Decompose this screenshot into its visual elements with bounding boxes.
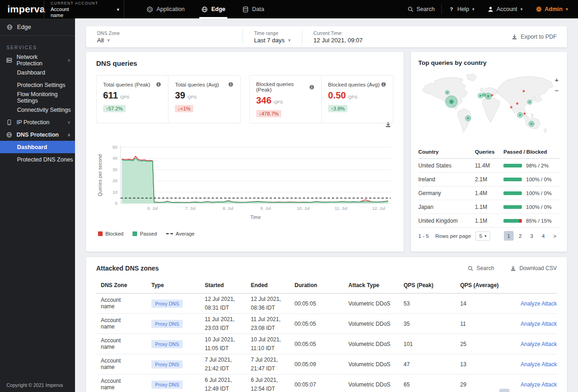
sidebar-item-label: Network Protection [17, 54, 63, 67]
analyze-attack-link[interactable]: Analyze Attack [515, 300, 557, 307]
svg-text:40: 40 [112, 156, 117, 161]
sidebar-item-label: DNS Protection [17, 132, 63, 138]
account-menu-label: Account [497, 6, 517, 12]
attack-ended: 6 Jul 2021,12:54 IDT [251, 376, 295, 392]
next-page-button[interactable]: > [550, 231, 560, 241]
stat-unit: QPS [120, 94, 129, 99]
tab-application[interactable]: Application [138, 0, 193, 18]
attacked-zones-panel: Attacked DNS zones Search Download CSV D… [86, 257, 567, 392]
tab-label: Application [156, 6, 185, 12]
main-content: DNS Zone All∨ Time range Last 7 days∨ Cu… [75, 18, 578, 392]
attacks-col-7: QPS (Average) [460, 278, 515, 293]
svg-text:11. Jul: 11. Jul [335, 206, 347, 211]
attack-row: Account name Proxy DNS 10 Jul 2021,11:05… [96, 334, 557, 354]
page-button-1[interactable]: 1 [504, 231, 514, 241]
account-switcher[interactable]: CURRENT ACCOUNT Account name ▾ [44, 0, 124, 18]
attack-row: Account name Proxy DNS 12 Jul 2021,08:31… [96, 294, 557, 314]
export-to-pdf-button[interactable]: Export to PDF [511, 34, 567, 40]
legend-label: Passed [140, 231, 157, 236]
time-range-filter[interactable]: Time range Last 7 days∨ [243, 29, 302, 44]
tab-data[interactable]: Data [234, 0, 272, 18]
global-search-button[interactable]: Search [401, 0, 441, 18]
attack-zone: Account name [101, 378, 127, 391]
sidebar-item-network-protection[interactable]: Network Protection ∧ [0, 54, 75, 66]
svg-text:0: 0 [115, 201, 117, 206]
rows-per-page-select[interactable]: 5 ▾ [475, 231, 490, 241]
stat-value: 346 [256, 95, 272, 106]
analyze-attack-link[interactable]: Analyze Attack [515, 361, 557, 368]
attack-duration: 00:05:05 [295, 321, 348, 327]
admin-menu[interactable]: Admin ▾ [529, 0, 578, 18]
stat-value: 0.50 [328, 90, 346, 101]
legend-swatch [133, 231, 137, 236]
sidebar-item-ip-protection[interactable]: IP Protection ∨ [0, 116, 75, 128]
svg-text:6. Jul: 6. Jul [147, 206, 158, 211]
sidebar-subitem-protected-dns-zones[interactable]: Protected DNS Zones [0, 153, 75, 166]
countries-table: Country Queries Passed / BlockedUnited S… [418, 145, 560, 228]
passed-blocked-label: 100% / 0% [526, 204, 552, 210]
map-zoom-out-button[interactable]: − [555, 87, 559, 94]
search-icon [468, 265, 474, 271]
stat-card-group: Blocked queries (Peak) 346 QPS ↓478.7% B… [249, 75, 394, 123]
sidebar-subitem-dashboard[interactable]: Dashboard [0, 141, 75, 153]
top-countries-title: Top queries by country [418, 59, 560, 66]
gear-icon [536, 6, 542, 12]
stat-label: Blocked queries (Avg) [328, 82, 380, 87]
attacks-pagination-partial[interactable] [499, 389, 509, 392]
svg-text:12. Jul: 12. Jul [372, 206, 385, 211]
chevron-down-icon: ∨ [67, 120, 70, 125]
page-button-3[interactable]: 3 [527, 231, 537, 241]
attack-zone: Account name [101, 317, 127, 330]
attack-qps-avg: 11 [460, 321, 515, 327]
analyze-attack-link[interactable]: Analyze Attack [515, 381, 557, 388]
world-map-svg [418, 73, 560, 139]
col-country: Country [418, 149, 475, 155]
sidebar-subitem-connectivity-settings[interactable]: Connectivity Settings [0, 104, 75, 116]
sidebar-subitem-protection-settings[interactable]: Protection Settings [0, 79, 75, 91]
attacks-col-6: QPS (Peak) [404, 278, 460, 293]
info-icon[interactable] [381, 81, 387, 87]
info-icon[interactable] [309, 84, 315, 90]
info-icon[interactable] [228, 81, 234, 87]
tab-edge[interactable]: Edge [193, 0, 234, 18]
attack-type: Volumetric DDoS [348, 361, 404, 368]
analyze-attack-link[interactable]: Analyze Attack [515, 321, 557, 327]
dns-zone-label: DNS Zone [97, 30, 130, 36]
legend-label: Average [176, 231, 195, 236]
attacks-col-0: DNS Zone [96, 278, 151, 293]
country-queries: 1.4M [475, 190, 503, 196]
person-icon [487, 6, 494, 12]
col-queries: Queries [475, 149, 503, 155]
download-chart-button[interactable] [385, 121, 392, 130]
download-csv-button[interactable]: Download CSV [510, 265, 557, 271]
map-zoom-in-button[interactable]: + [555, 76, 559, 83]
attacks-search-label: Search [477, 265, 494, 271]
sidebar-subitem-flow-monitoring-settings[interactable]: Flow Monitoring Settings [0, 91, 75, 104]
svg-text:Time: Time [250, 214, 261, 220]
zone-type-badge: Proxy DNS [151, 300, 183, 308]
info-icon[interactable] [156, 81, 162, 87]
world-map[interactable]: + − [418, 73, 560, 139]
sidebar-edge-label: Edge [17, 23, 31, 30]
account-menu[interactable]: Account ▾ [481, 0, 529, 18]
attack-row: Account name Proxy DNS 7 Jul 2021,21:42 … [96, 354, 557, 375]
legend-label: Blocked [105, 231, 123, 236]
country-queries: 11.4M [475, 162, 503, 169]
help-label: Help [457, 6, 469, 12]
sidebar-item-edge[interactable]: Edge [0, 18, 75, 36]
attack-ended: 10 Jul 2021,11:10 IDT [251, 335, 295, 352]
legend-item-blocked: Blocked [98, 231, 123, 236]
attacks-search-button[interactable]: Search [468, 265, 494, 271]
dns-queries-panel: DNS queries Total queries (Peak) 611 QPS… [86, 52, 404, 252]
svg-text:9. Jul: 9. Jul [260, 206, 271, 211]
page-button-2[interactable]: 2 [515, 231, 525, 241]
analyze-attack-link[interactable]: Analyze Attack [515, 341, 557, 347]
page-button-4[interactable]: 4 [538, 231, 548, 241]
help-menu[interactable]: ? Help ▾ [442, 0, 481, 18]
sidebar-subitem-dashboard[interactable]: Dashboard [0, 66, 75, 79]
svg-text:?: ? [450, 6, 453, 12]
country-queries: 1.1M [475, 204, 503, 210]
sidebar-item-dns-protection[interactable]: DNS Protection ∧ [0, 128, 75, 141]
dns-zone-filter[interactable]: DNS Zone All∨ [86, 29, 141, 44]
country-row: United States 11.4M 98% / 2% [418, 159, 560, 173]
